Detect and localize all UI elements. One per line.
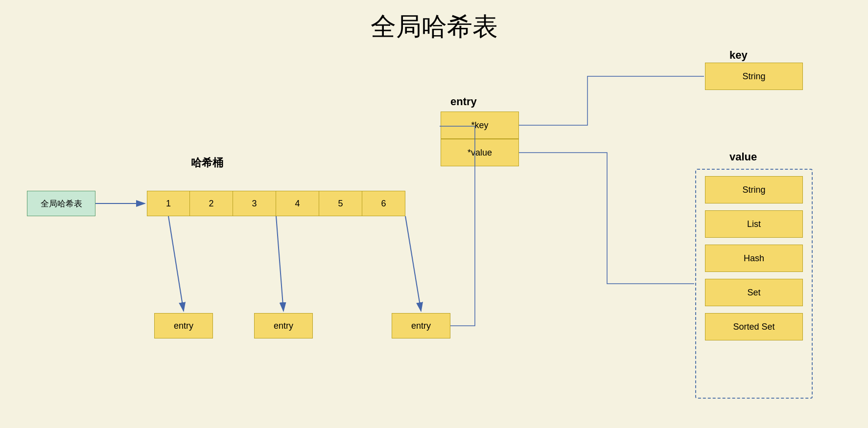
entry-box-3: entry	[392, 313, 450, 338]
line-key-to-string	[519, 76, 704, 125]
arrow-bucket3-entry	[276, 216, 283, 311]
bucket-cell-5: 5	[319, 191, 362, 216]
hashbucket-label: 哈希桶	[191, 156, 223, 170]
diagram: 全局哈希表 全局哈希表 哈希桶 1 2 3 4 5 6 entry entry …	[0, 0, 868, 428]
bucket-cell-1: 1	[147, 191, 190, 216]
entry-key-box: *key	[441, 112, 519, 139]
entry-box-1: entry	[154, 313, 213, 338]
bucket-cell-2: 2	[190, 191, 233, 216]
hashtable-row: 1 2 3 4 5 6	[147, 191, 405, 216]
entry-value-box: *value	[441, 139, 519, 166]
value-label: value	[729, 151, 757, 163]
bucket-cell-3: 3	[233, 191, 276, 216]
entry-box-2: entry	[254, 313, 313, 338]
arrow-bucket6-entry	[405, 216, 421, 311]
bucket-cell-6: 6	[362, 191, 405, 216]
value-hash-box: Hash	[705, 245, 803, 272]
bucket-cell-4: 4	[276, 191, 319, 216]
value-string-box: String	[705, 176, 803, 203]
entry-detail-label: entry	[450, 95, 477, 108]
line-value-to-types	[519, 153, 694, 284]
value-set-box: Set	[705, 279, 803, 306]
key-string-box: String	[705, 63, 803, 90]
value-list-box: List	[705, 210, 803, 238]
page-title: 全局哈希表	[371, 10, 498, 44]
value-sortedset-box: Sorted Set	[705, 313, 803, 340]
key-label: key	[729, 49, 748, 62]
arrow-bucket1-entry	[168, 216, 184, 311]
global-hashtable-box: 全局哈希表	[27, 191, 95, 216]
